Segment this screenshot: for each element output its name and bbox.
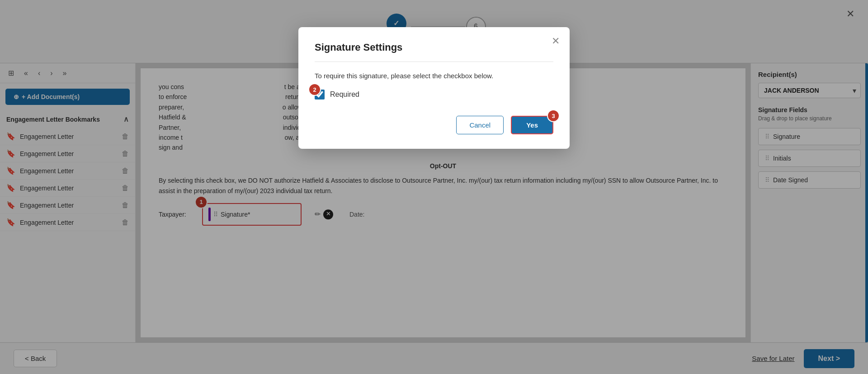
modal-yes-label: Yes [526,121,538,129]
modal-overlay: Signature Settings ✕ To require this sig… [0,0,868,374]
modal-close-button[interactable]: ✕ [552,35,560,47]
modal-title: Signature Settings [315,42,553,53]
step-badge-2: 2 [308,83,321,96]
modal-body-text: To require this signature, please select… [315,72,553,80]
signature-settings-modal: Signature Settings ✕ To require this sig… [298,27,570,149]
modal-cancel-button[interactable]: Cancel [456,116,504,134]
modal-divider [315,62,553,62]
required-checkbox-row: 2 Required [315,90,553,99]
required-checkbox-label: Required [330,90,359,99]
modal-yes-button[interactable]: 3 Yes [511,116,553,134]
step-badge-3: 3 [547,109,560,122]
modal-actions: Cancel 3 Yes [315,116,553,134]
